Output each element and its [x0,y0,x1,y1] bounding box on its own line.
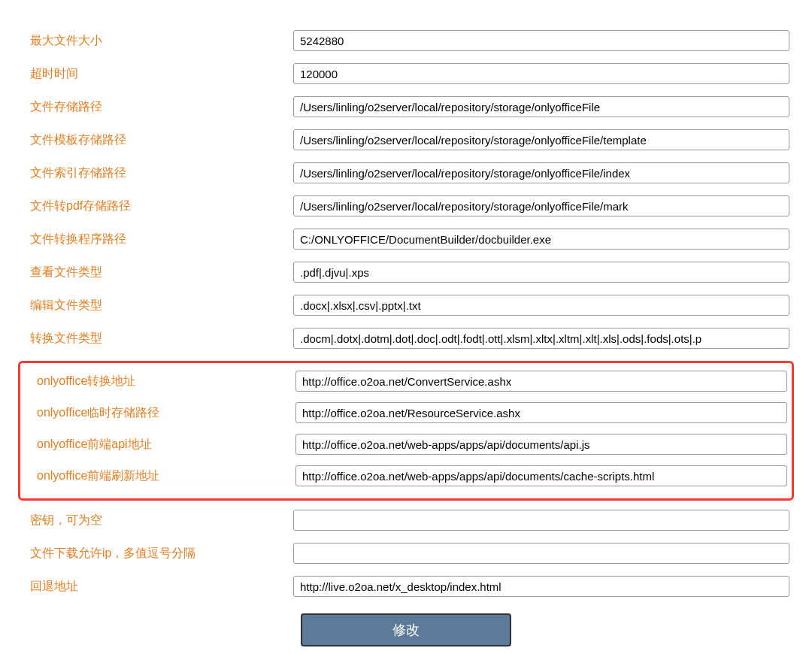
row-file-pdf-path: 文件转pdf存储路径 [23,195,789,216]
label-allowed-ip: 文件下载允许ip，多值逗号分隔 [23,546,293,562]
label-onlyoffice-refresh-url: onlyoffice前端刷新地址 [25,468,295,484]
input-file-template-path[interactable] [293,129,789,150]
input-file-storage-path[interactable] [293,96,789,117]
input-onlyoffice-api-url[interactable] [295,434,787,455]
label-file-template-path: 文件模板存储路径 [23,132,293,148]
input-secret-key[interactable] [293,510,789,531]
input-fallback-url[interactable] [293,576,789,597]
row-file-template-path: 文件模板存储路径 [23,129,789,150]
label-fallback-url: 回退地址 [23,579,293,595]
row-allowed-ip: 文件下载允许ip，多值逗号分隔 [23,543,789,564]
label-file-storage-path: 文件存储路径 [23,99,293,115]
input-file-pdf-path[interactable] [293,195,789,216]
input-onlyoffice-temp-path[interactable] [295,402,787,423]
input-viewed-file-type[interactable] [293,262,789,283]
row-file-converter-path: 文件转换程序路径 [23,229,789,250]
input-onlyoffice-refresh-url[interactable] [295,465,787,486]
label-secret-key: 密钥，可为空 [23,513,293,528]
row-viewed-file-type: 查看文件类型 [23,262,789,283]
row-max-file-size: 最大文件大小 [23,30,789,51]
row-fallback-url: 回退地址 [23,576,789,597]
row-onlyoffice-convert-url: onlyoffice转换地址 [25,371,787,392]
label-file-pdf-path: 文件转pdf存储路径 [23,198,293,214]
row-onlyoffice-temp-path: onlyoffice临时存储路径 [25,402,787,423]
label-timeout: 超时时间 [23,66,293,82]
label-onlyoffice-convert-url: onlyoffice转换地址 [25,374,295,389]
row-converted-file-type: 转换文件类型 [23,328,789,349]
label-file-converter-path: 文件转换程序路径 [23,232,293,247]
label-viewed-file-type: 查看文件类型 [23,265,293,280]
input-timeout[interactable] [293,63,789,84]
input-file-converter-path[interactable] [293,229,789,250]
label-converted-file-type: 转换文件类型 [23,331,293,347]
row-onlyoffice-refresh-url: onlyoffice前端刷新地址 [25,465,787,486]
highlight-onlyoffice-section: onlyoffice转换地址 onlyoffice临时存储路径 onlyoffi… [18,361,794,501]
row-onlyoffice-api-url: onlyoffice前端api地址 [25,434,787,455]
submit-button[interactable]: 修改 [301,613,511,646]
input-edited-file-type[interactable] [293,295,789,316]
input-converted-file-type[interactable] [293,328,789,349]
row-timeout: 超时时间 [23,63,789,84]
input-file-index-path[interactable] [293,162,789,183]
label-onlyoffice-temp-path: onlyoffice临时存储路径 [25,405,295,421]
input-onlyoffice-convert-url[interactable] [295,371,787,392]
label-onlyoffice-api-url: onlyoffice前端api地址 [25,437,295,453]
label-file-index-path: 文件索引存储路径 [23,165,293,181]
label-max-file-size: 最大文件大小 [23,33,293,49]
label-edited-file-type: 编辑文件类型 [23,298,293,313]
row-file-storage-path: 文件存储路径 [23,96,789,117]
row-secret-key: 密钥，可为空 [23,510,789,531]
row-file-index-path: 文件索引存储路径 [23,162,789,183]
row-edited-file-type: 编辑文件类型 [23,295,789,316]
input-allowed-ip[interactable] [293,543,789,564]
input-max-file-size[interactable] [293,30,789,51]
submit-row: 修改 [23,613,789,646]
